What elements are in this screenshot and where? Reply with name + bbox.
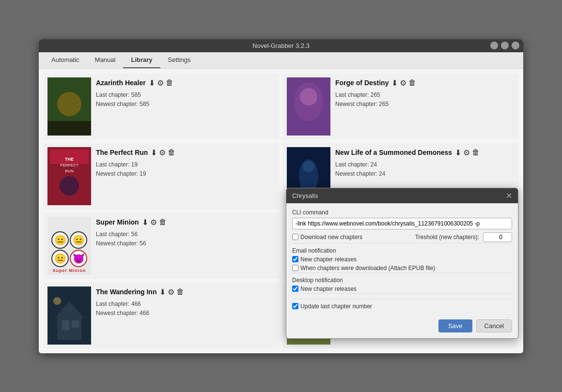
- download-checkbox-label[interactable]: Download new chapters: [292, 234, 362, 241]
- threshold-row: Treshold (new chapters):: [415, 232, 512, 242]
- book-title: The Perfect Run: [96, 149, 148, 156]
- settings-icon[interactable]: ⚙: [157, 78, 164, 88]
- face-1: 😐: [51, 231, 69, 249]
- book-meta: Last chapter: 24 Newest chapter: 24: [335, 160, 515, 179]
- book-title-row: Azarinth Healer ⬇ ⚙ 🗑: [96, 78, 275, 88]
- list-item: 😐 😐 😐 😈 Super Minion Super Minion ⬇ ⚙ 🗑: [44, 213, 279, 279]
- book-cover-forge: [287, 77, 330, 136]
- download-icon[interactable]: ⬇: [151, 148, 157, 157]
- newest-chapter: Newest chapter: 24: [335, 169, 515, 179]
- divider-2: [292, 272, 512, 273]
- update-last-label[interactable]: Update last chapter number: [292, 303, 372, 310]
- last-chapter: Last chapter: 24: [335, 160, 515, 169]
- delete-icon[interactable]: 🗑: [176, 287, 184, 296]
- modal-title: Chrysalis: [292, 192, 318, 199]
- tab-automatic[interactable]: Automatic: [44, 52, 87, 68]
- save-button[interactable]: Save: [438, 319, 472, 332]
- divider-3: [292, 293, 512, 294]
- face-4: 😈: [70, 250, 87, 267]
- list-item: THE PERFECT RUN The Perfect Run ⬇ ⚙ 🗑 La: [44, 143, 279, 209]
- title-bar-controls: [490, 42, 519, 49]
- email-new-chapters-row: New chapter releases: [292, 256, 512, 263]
- download-icon[interactable]: ⬇: [391, 78, 398, 88]
- tab-library[interactable]: Library: [123, 52, 160, 68]
- svg-point-11: [60, 176, 79, 196]
- newest-chapter: Newest chapter: 585: [96, 100, 275, 109]
- download-icon[interactable]: ⬇: [455, 148, 461, 157]
- threshold-label: Treshold (new chapters):: [415, 234, 479, 241]
- download-checkbox[interactable]: [292, 234, 298, 240]
- book-info: The Wandering Inn ⬇ ⚙ 🗑 Last chapter: 46…: [96, 286, 275, 318]
- svg-point-1: [57, 92, 81, 116]
- divider: [292, 243, 512, 243]
- book-info: New Life of a Summoned Demoness ⬇ ⚙ 🗑 La…: [335, 147, 515, 179]
- modal-header: Chrysalis ✕: [286, 188, 518, 203]
- delete-icon[interactable]: 🗑: [159, 218, 167, 226]
- cli-label: CLI command: [292, 209, 512, 216]
- close-button[interactable]: [512, 42, 519, 49]
- delete-icon[interactable]: 🗑: [166, 78, 173, 87]
- svg-point-5: [300, 88, 317, 106]
- face-2: 😐: [70, 231, 87, 249]
- book-title: New Life of a Summoned Demoness: [335, 149, 452, 156]
- desktop-new-chapters-checkbox[interactable]: [292, 286, 298, 292]
- book-actions: ⬇ ⚙ 🗑: [142, 218, 167, 227]
- minimize-button[interactable]: [490, 42, 498, 49]
- newest-chapter: Newest chapter: 265: [335, 100, 515, 109]
- app-title: Novel-Grabber 3.2.3: [252, 42, 310, 49]
- book-cover-super-minion: 😐 😐 😐 😈 Super Minion: [47, 217, 91, 275]
- desktop-new-chapters-label[interactable]: New chapter releases: [292, 286, 357, 292]
- svg-rect-2: [47, 121, 91, 136]
- delete-icon[interactable]: 🗑: [472, 148, 480, 157]
- settings-icon[interactable]: ⚙: [159, 148, 166, 157]
- book-actions: ⬇ ⚙ 🗑: [455, 148, 480, 157]
- email-attach-label[interactable]: When chapters were downloaded (Attach EP…: [292, 265, 435, 271]
- delete-icon[interactable]: 🗑: [408, 78, 416, 87]
- settings-icon[interactable]: ⚙: [463, 148, 470, 157]
- app-window: Novel-Grabber 3.2.3 Automatic Manual Lib…: [39, 39, 523, 353]
- book-actions: ⬇ ⚙ 🗑: [391, 78, 416, 88]
- book-title-row: The Wandering Inn ⬇ ⚙ 🗑: [96, 287, 275, 297]
- cancel-button[interactable]: Cancel: [476, 319, 512, 332]
- book-title-row: Super Minion ⬇ ⚙ 🗑: [96, 218, 275, 227]
- book-info: Super Minion ⬇ ⚙ 🗑 Last chapter: 56 Newe…: [96, 217, 275, 248]
- last-chapter: Last chapter: 265: [335, 90, 515, 100]
- cli-input[interactable]: [292, 218, 512, 229]
- nav-tabs: Automatic Manual Library Settings: [39, 52, 523, 69]
- book-title-row: Forge of Destiny ⬇ ⚙ 🗑: [335, 78, 515, 88]
- last-chapter: Last chapter: 19: [96, 160, 275, 169]
- threshold-input[interactable]: [483, 232, 512, 242]
- modal-body: CLI command Download new chapters Tresho…: [286, 203, 518, 316]
- book-info: The Perfect Run ⬇ ⚙ 🗑 Last chapter: 19 N…: [96, 147, 275, 179]
- download-row: Download new chapters Treshold (new chap…: [292, 232, 512, 242]
- book-title: Super Minion: [96, 218, 139, 226]
- book-cover-wandering-inn: [47, 286, 91, 345]
- newest-chapter: Newest chapter: 466: [96, 309, 275, 318]
- face-grid: 😐 😐 😐 😈: [51, 231, 87, 267]
- last-chapter: Last chapter: 585: [96, 90, 275, 100]
- book-info: Azarinth Healer ⬇ ⚙ 🗑 Last chapter: 585 …: [96, 77, 275, 109]
- book-title: The Wandering Inn: [96, 288, 156, 296]
- book-actions: ⬇ ⚙ 🗑: [151, 148, 175, 157]
- email-new-chapters-label[interactable]: New chapter releases: [292, 256, 357, 263]
- tab-manual[interactable]: Manual: [87, 52, 124, 68]
- book-info: Forge of Destiny ⬇ ⚙ 🗑 Last chapter: 265…: [335, 77, 515, 109]
- last-chapter: Last chapter: 466: [96, 300, 275, 309]
- settings-icon[interactable]: ⚙: [150, 218, 157, 227]
- maximize-button[interactable]: [501, 42, 509, 49]
- delete-icon[interactable]: 🗑: [168, 148, 175, 157]
- book-meta: Last chapter: 585 Newest chapter: 585: [96, 90, 275, 109]
- download-icon[interactable]: ⬇: [142, 218, 148, 227]
- download-icon[interactable]: ⬇: [159, 287, 166, 297]
- svg-text:THE: THE: [65, 157, 74, 162]
- download-icon[interactable]: ⬇: [149, 78, 155, 88]
- newest-chapter: Newest chapter: 56: [96, 239, 275, 248]
- settings-icon[interactable]: ⚙: [400, 78, 406, 88]
- email-attach-checkbox[interactable]: [292, 265, 298, 271]
- update-row: Update last chapter number: [292, 299, 512, 310]
- settings-icon[interactable]: ⚙: [168, 287, 174, 297]
- update-last-checkbox[interactable]: [292, 303, 298, 309]
- tab-settings[interactable]: Settings: [160, 52, 199, 68]
- modal-close-button[interactable]: ✕: [506, 191, 512, 200]
- email-new-chapters-checkbox[interactable]: [292, 256, 298, 262]
